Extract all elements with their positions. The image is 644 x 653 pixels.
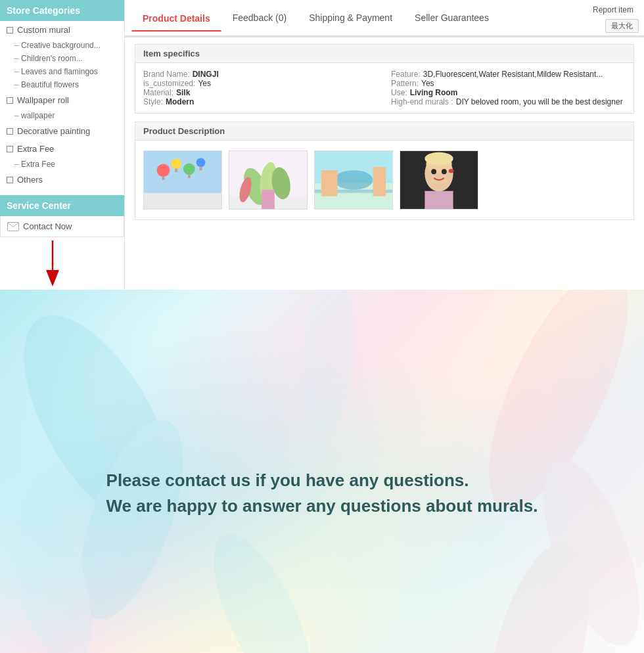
tab-seller-guarantees[interactable]: Seller Guarantees bbox=[403, 5, 500, 30]
spec-style: Style: Modern bbox=[143, 97, 378, 106]
expand-icon-3 bbox=[7, 128, 13, 135]
sidebar-item-custom-mural[interactable]: Custom mural bbox=[0, 21, 124, 39]
thumbnail-1-image bbox=[144, 150, 221, 210]
svg-point-30 bbox=[442, 169, 447, 174]
expand-icon-4 bbox=[7, 146, 13, 152]
thumbnail-4-image bbox=[400, 150, 478, 210]
product-description-header: Product Description bbox=[135, 122, 633, 141]
product-description-section: Product Description bbox=[135, 122, 634, 220]
main-content: Product Details Feedback (0) Shipping & … bbox=[125, 0, 644, 290]
sidebar-item-others[interactable]: Others bbox=[0, 171, 124, 189]
category-label-5: Others bbox=[17, 175, 43, 185]
service-center-title: Service Center bbox=[0, 195, 124, 216]
svg-marker-2 bbox=[46, 270, 59, 286]
expand-icon-5 bbox=[7, 177, 13, 183]
specs-left-col: Brand Name: DINGJI is_customized: Yes Ma… bbox=[143, 70, 378, 106]
thumbnail-1[interactable] bbox=[143, 150, 222, 210]
sidebar-sub-extra-fee[interactable]: Extra Fee bbox=[0, 158, 124, 171]
store-categories-title: Store Categories bbox=[0, 0, 124, 21]
svg-rect-25 bbox=[373, 167, 386, 196]
annotation-arrow bbox=[43, 237, 62, 290]
spec-material: Material: Silk bbox=[143, 88, 378, 97]
thumbnail-2-image bbox=[229, 150, 307, 210]
description-body bbox=[135, 141, 633, 219]
specs-table: Brand Name: DINGJI is_customized: Yes Ma… bbox=[135, 63, 633, 113]
tab-product-details[interactable]: Product Details bbox=[131, 6, 221, 32]
contact-line-2: We are happy to answer any questions abo… bbox=[106, 493, 538, 519]
spec-customized: is_customized: Yes bbox=[143, 79, 378, 88]
sidebar-item-extra-fee[interactable]: Extra Fee bbox=[0, 140, 124, 158]
spec-use: Use: Living Room bbox=[391, 88, 626, 97]
spec-high-end: High-end murals : DIY beloved room, you … bbox=[391, 97, 626, 106]
product-thumbnails bbox=[143, 147, 626, 213]
svg-point-23 bbox=[334, 170, 373, 190]
specs-right-col: Feature: 3D,Fluorescent,Water Resistant,… bbox=[391, 70, 626, 106]
expand-icon-2 bbox=[7, 97, 13, 104]
sidebar-sub-wallpaper[interactable]: wallpaper bbox=[0, 109, 124, 122]
category-label-4: Extra Fee bbox=[17, 144, 54, 154]
svg-point-29 bbox=[431, 169, 436, 174]
svg-rect-19 bbox=[262, 190, 275, 210]
svg-rect-10 bbox=[175, 168, 177, 172]
contact-line-1: Please contact us if you have any questi… bbox=[106, 468, 538, 493]
svg-point-7 bbox=[183, 163, 195, 175]
report-item-button[interactable]: Report item bbox=[587, 3, 639, 17]
sidebar-sub-leaves[interactable]: Leaves and flamingos bbox=[0, 65, 124, 78]
category-label-2: Wallpaper roll bbox=[17, 95, 69, 105]
svg-point-40 bbox=[296, 290, 362, 436]
svg-point-8 bbox=[196, 158, 206, 168]
report-area: Report item 最大化 bbox=[582, 0, 644, 35]
thumbnail-4[interactable] bbox=[400, 150, 478, 210]
contact-now-label: Contact Now bbox=[23, 221, 72, 231]
svg-point-5 bbox=[157, 164, 170, 177]
spec-pattern: Pattern: Yes bbox=[391, 79, 626, 88]
sidebar-sub-childrens-room[interactable]: Children's room... bbox=[0, 52, 124, 65]
tabs-container: Product Details Feedback (0) Shipping & … bbox=[125, 5, 582, 30]
expand-icon bbox=[7, 27, 13, 34]
spec-feature: Feature: 3D,Fluorescent,Water Resistant,… bbox=[391, 70, 626, 79]
annotation-arrow-area bbox=[0, 237, 124, 290]
svg-rect-24 bbox=[321, 170, 338, 196]
svg-point-32 bbox=[425, 152, 453, 166]
thumbnail-3[interactable] bbox=[314, 150, 393, 210]
sidebar-item-decorative[interactable]: Decorative painting bbox=[0, 122, 124, 140]
sidebar: Store Categories Custom mural Creative b… bbox=[0, 0, 125, 290]
svg-rect-33 bbox=[449, 169, 454, 173]
sidebar-sub-flowers[interactable]: Beautiful flowers bbox=[0, 78, 124, 91]
svg-rect-4 bbox=[144, 193, 221, 210]
sidebar-item-wallpaper-roll[interactable]: Wallpaper roll bbox=[0, 91, 124, 109]
svg-rect-11 bbox=[188, 174, 191, 178]
email-svg-icon bbox=[7, 222, 19, 231]
tab-bar: Product Details Feedback (0) Shipping & … bbox=[125, 0, 644, 36]
tab-shipping[interactable]: Shipping & Payment bbox=[298, 5, 403, 30]
tab-feedback[interactable]: Feedback (0) bbox=[221, 5, 298, 30]
category-label-3: Decorative painting bbox=[17, 126, 90, 136]
item-specifics-header: Item specifics bbox=[135, 45, 633, 63]
thumbnail-2[interactable] bbox=[229, 150, 308, 210]
category-label: Custom mural bbox=[17, 25, 70, 35]
item-specifics-section: Item specifics Brand Name: DINGJI is_cus… bbox=[135, 44, 634, 114]
contact-now-button[interactable]: Contact Now bbox=[0, 216, 124, 237]
thumbnail-3-image bbox=[315, 150, 392, 210]
svg-rect-12 bbox=[200, 166, 202, 170]
contact-text: Please contact us if you have any questi… bbox=[67, 441, 578, 545]
svg-point-6 bbox=[171, 159, 181, 169]
product-area: Item specifics Brand Name: DINGJI is_cus… bbox=[125, 37, 644, 235]
sidebar-sub-creative-bg[interactable]: Creative background... bbox=[0, 39, 124, 52]
svg-rect-31 bbox=[425, 191, 453, 210]
maximize-button[interactable]: 最大化 bbox=[605, 19, 639, 33]
contact-section-bg: Please contact us if you have any questi… bbox=[0, 290, 644, 653]
email-icon bbox=[7, 222, 19, 231]
svg-rect-9 bbox=[162, 176, 165, 180]
spec-brand: Brand Name: DINGJI bbox=[143, 70, 378, 79]
